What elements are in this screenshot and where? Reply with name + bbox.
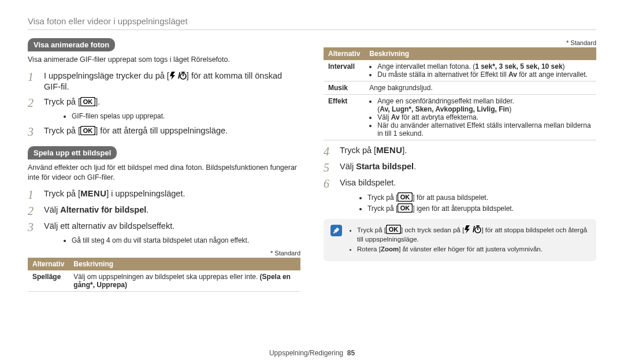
slide-step-1: Tryck på [MENU] i uppspelningsläget. [44, 188, 185, 200]
options-table-left: AlternativBeskrivning Spelläge Välj om u… [28, 258, 300, 292]
ok-icon [80, 126, 95, 135]
page-footer: Uppspelning/Redigering 85 [28, 346, 596, 357]
slide-step-3: Välj ett alternativ av bildspelseffekt. [44, 221, 174, 232]
anim-step-3: Tryck på [] för att återgå till uppspeln… [44, 125, 228, 137]
page-header: Visa foton eller videor i uppspelningslä… [28, 16, 596, 30]
standard-note-right: * Standard [324, 39, 596, 46]
ok-icon [386, 225, 401, 234]
table-row: Effekt Ange en scenförändringseffekt mel… [324, 95, 596, 140]
slide-step-4: Tryck på [MENU]. [340, 145, 407, 157]
slide-step-5: Välj Starta bildspel. [340, 161, 416, 173]
standard-note-left: * Standard [28, 250, 300, 257]
ok-icon [398, 192, 413, 202]
ok-icon [398, 203, 413, 213]
note-icon [330, 225, 342, 236]
table-row: Musik Ange bakgrundsljud. [324, 81, 596, 95]
anim-step-1: I uppspelningsläge trycker du på [] för … [44, 70, 300, 93]
note-box: Tryck på [] och tryck sedan på [] för at… [324, 219, 596, 261]
heading-animated-photos: Visa animerade foton [28, 38, 115, 51]
menu-key: MENU [376, 146, 402, 155]
heading-slideshow: Spela upp ett bildspel [28, 146, 117, 159]
slide-intro: Använd effekter och ljud för ett bildspe… [28, 163, 300, 183]
options-table-right: AlternativBeskrivning Intervall Ange int… [324, 47, 596, 140]
table-row: Intervall Ange intervallet mellan fotona… [324, 60, 596, 81]
flash-timer-icon [464, 225, 481, 234]
table-row: Spelläge Välj om uppspelningen av bildsp… [28, 270, 300, 292]
slide-step-6-sub: Tryck på [] för att pausa bildspelet. Tr… [344, 192, 596, 213]
menu-key: MENU [80, 189, 106, 198]
slide-step-6: Visa bildspelet. [340, 177, 396, 189]
slide-step-3-sub: Gå till steg 4 om du vill starta bildspe… [49, 236, 300, 245]
anim-intro: Visa animerade GIF-filer upprepat som to… [28, 55, 300, 65]
left-column: Visa animerade foton Visa animerade GIF-… [28, 38, 300, 346]
anim-step-2: Tryck på []. [44, 96, 100, 108]
slide-step-2: Välj Alternativ för bildspel. [44, 205, 148, 216]
ok-icon [80, 97, 95, 106]
anim-step-2-sub: GIF-filen spelas upp upprepat. [49, 112, 300, 121]
flash-timer-icon [169, 71, 187, 80]
right-column: * Standard AlternativBeskrivning Interva… [324, 38, 596, 346]
